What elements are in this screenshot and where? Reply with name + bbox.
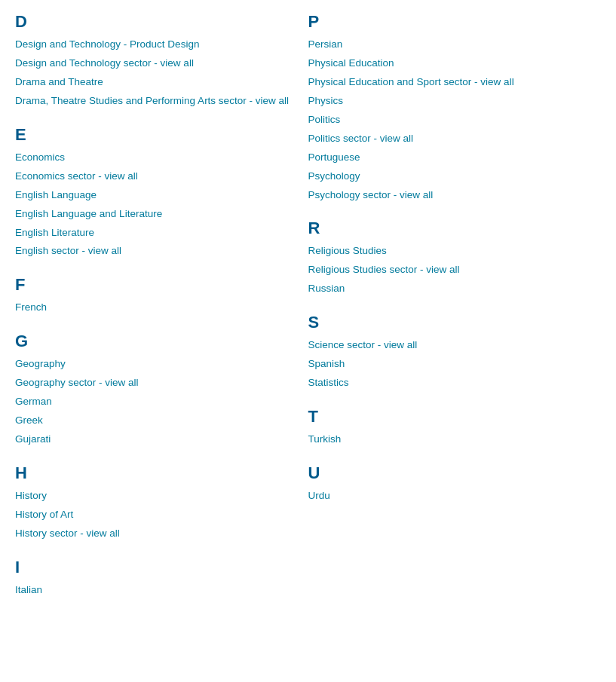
section-letter-d: D xyxy=(15,12,293,32)
list-item[interactable]: Turkish xyxy=(308,431,587,448)
section-letter-i: I xyxy=(15,558,293,577)
section-d: DDesign and Technology - Product DesignD… xyxy=(15,12,293,110)
list-item[interactable]: German xyxy=(15,393,293,411)
list-item[interactable]: Physics xyxy=(308,93,587,110)
list-item[interactable]: English Literature xyxy=(15,225,293,242)
list-item[interactable]: Italian xyxy=(15,582,293,599)
section-items-s: Science sector - view allSpanishStatisti… xyxy=(308,337,587,392)
section-items-d: Design and Technology - Product DesignDe… xyxy=(15,36,293,110)
section-h: HHistoryHistory of ArtHistory sector - v… xyxy=(15,463,293,543)
section-r: RReligious StudiesReligious Studies sect… xyxy=(308,219,587,298)
list-item[interactable]: Physical Education and Sport sector - vi… xyxy=(308,74,587,91)
section-letter-f: F xyxy=(15,275,293,295)
column-0: DDesign and Technology - Product DesignD… xyxy=(15,12,308,614)
list-item[interactable]: Economics sector - view all xyxy=(15,168,293,185)
section-items-e: EconomicsEconomics sector - view allEngl… xyxy=(15,149,293,261)
section-items-t: Turkish xyxy=(308,431,587,448)
section-letter-t: T xyxy=(308,407,587,427)
list-item[interactable]: History of Art xyxy=(15,506,293,524)
list-item[interactable]: English sector - view all xyxy=(15,243,293,260)
list-item[interactable]: Portuguese xyxy=(308,149,587,167)
section-f: FFrench xyxy=(15,275,293,317)
section-items-r: Religious StudiesReligious Studies secto… xyxy=(308,243,587,298)
section-g: GGeographyGeography sector - view allGer… xyxy=(15,332,293,448)
list-item[interactable]: Statistics xyxy=(308,375,587,392)
list-item[interactable]: Religious Studies sector - view all xyxy=(308,261,587,279)
list-item[interactable]: Psychology xyxy=(308,168,587,185)
list-item[interactable]: Religious Studies xyxy=(308,243,587,260)
list-item[interactable]: Psychology sector - view all xyxy=(308,187,587,204)
section-letter-r: R xyxy=(308,219,587,238)
list-item[interactable]: Greek xyxy=(15,412,293,430)
section-letter-h: H xyxy=(15,463,293,483)
list-item[interactable]: Drama and Theatre xyxy=(15,74,293,91)
list-item[interactable]: Politics xyxy=(308,112,587,129)
list-item[interactable]: Spanish xyxy=(308,356,587,373)
section-items-g: GeographyGeography sector - view allGerm… xyxy=(15,356,293,448)
section-letter-s: S xyxy=(308,313,587,332)
section-letter-g: G xyxy=(15,332,293,351)
section-e: EEconomicsEconomics sector - view allEng… xyxy=(15,125,293,261)
list-item[interactable]: Economics xyxy=(15,149,293,167)
section-t: TTurkish xyxy=(308,407,587,448)
list-item[interactable]: Gujarati xyxy=(15,431,293,448)
section-u: UUrdu xyxy=(308,463,587,505)
list-item[interactable]: Russian xyxy=(308,280,587,298)
list-item[interactable]: Design and Technology sector - view all xyxy=(15,55,293,72)
section-letter-u: U xyxy=(308,463,587,483)
list-item[interactable]: Drama, Theatre Studies and Performing Ar… xyxy=(15,93,293,110)
list-item[interactable]: Geography sector - view all xyxy=(15,375,293,392)
section-items-i: Italian xyxy=(15,582,293,599)
column-1: PPersianPhysical EducationPhysical Educa… xyxy=(308,12,602,614)
section-items-p: PersianPhysical EducationPhysical Educat… xyxy=(308,36,587,203)
list-item[interactable]: History xyxy=(15,488,293,505)
section-i: IItalian xyxy=(15,558,293,599)
list-item[interactable]: Urdu xyxy=(308,488,587,505)
section-items-u: Urdu xyxy=(308,488,587,505)
list-item[interactable]: History sector - view all xyxy=(15,525,293,543)
section-items-h: HistoryHistory of ArtHistory sector - vi… xyxy=(15,488,293,543)
section-items-f: French xyxy=(15,299,293,317)
section-s: SScience sector - view allSpanishStatist… xyxy=(308,313,587,392)
list-item[interactable]: Politics sector - view all xyxy=(308,130,587,148)
list-item[interactable]: Persian xyxy=(308,36,587,54)
list-item[interactable]: French xyxy=(15,299,293,317)
list-item[interactable]: Geography xyxy=(15,356,293,373)
list-item[interactable]: Design and Technology - Product Design xyxy=(15,36,293,54)
section-letter-p: P xyxy=(308,12,587,32)
list-item[interactable]: Science sector - view all xyxy=(308,337,587,354)
list-item[interactable]: English Language xyxy=(15,187,293,204)
section-letter-e: E xyxy=(15,125,293,145)
section-p: PPersianPhysical EducationPhysical Educa… xyxy=(308,12,587,203)
list-item[interactable]: English Language and Literature xyxy=(15,206,293,223)
list-item[interactable]: Physical Education xyxy=(308,55,587,72)
main-columns: DDesign and Technology - Product DesignD… xyxy=(15,12,601,614)
